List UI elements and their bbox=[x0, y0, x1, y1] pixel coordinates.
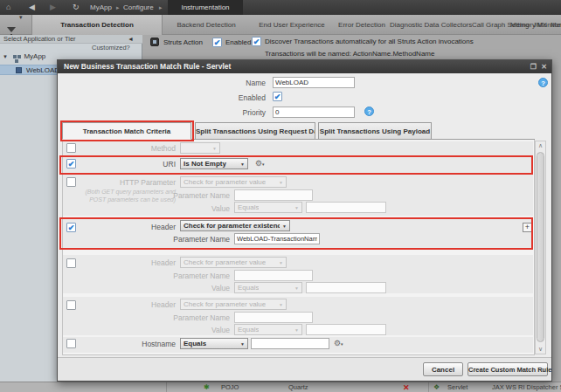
dialog-scrollbar[interactable]: ∧ ∨ bbox=[535, 141, 546, 354]
name-label: Name bbox=[189, 79, 266, 87]
uri-gear-icon[interactable]: ⚙▾ bbox=[255, 158, 265, 170]
http-param-name-label: Parameter Name bbox=[163, 191, 230, 200]
tier-icon bbox=[16, 67, 22, 73]
priority-input[interactable] bbox=[273, 107, 355, 118]
filter-dropdown-icon[interactable]: ▾ bbox=[19, 10, 23, 24]
http-param-label: HTTP Parameter bbox=[93, 178, 176, 187]
scroll-down-icon[interactable]: ∨ bbox=[536, 346, 545, 353]
priority-help-icon[interactable]: ? bbox=[364, 107, 374, 116]
hostname-operator-dropdown[interactable]: Equals▼ bbox=[180, 338, 248, 349]
dropdown-arrow-icon: ▼ bbox=[282, 224, 287, 229]
dropdown-arrow-icon: ▼ bbox=[294, 285, 299, 291]
home-icon[interactable]: ⌂ bbox=[6, 0, 10, 15]
struts-enabled-checkbox[interactable]: ✔ bbox=[212, 38, 222, 47]
header-active-param-name-input[interactable] bbox=[234, 233, 320, 244]
match-rule-dialog: New Business Transaction Match Rule - Se… bbox=[57, 59, 552, 382]
tree-panel-header-label: Select Application or Tier bbox=[3, 35, 76, 43]
top-toolbar: ⌂ ◀ ▶ ↻ MyApp ▸ Configure ▸ Instrumentat… bbox=[0, 0, 561, 15]
header-2-param-name-label: Parameter Name bbox=[163, 272, 230, 280]
header-active-operator-dropdown[interactable]: Check for parameter existence▼ bbox=[180, 220, 290, 231]
scrollbar-thumb[interactable] bbox=[537, 152, 544, 342]
customized-column-header: Customized? bbox=[92, 44, 137, 52]
uri-label: URI bbox=[110, 160, 176, 168]
add-criteria-icon[interactable]: + bbox=[523, 223, 532, 232]
breadcrumb-sep-icon: ▸ bbox=[159, 0, 163, 15]
header-active-label: Header bbox=[110, 223, 176, 231]
hostname-label: Hostname bbox=[110, 340, 176, 348]
header-active-checkbox[interactable]: ✔ bbox=[66, 223, 76, 232]
refresh-icon[interactable]: ↻ bbox=[73, 0, 80, 15]
tab-instrumentation[interactable]: Instrumentation bbox=[168, 0, 243, 15]
jax-dispatcher-cell: JAX WS RI Dispatcher S bbox=[492, 382, 561, 392]
tree-node-myapp[interactable]: ▼ MyApp bbox=[3, 52, 45, 61]
header-2-param-name-input bbox=[234, 270, 313, 281]
quartz-cell: Quartz bbox=[288, 382, 308, 392]
discover-transactions-checkbox[interactable]: ✔ bbox=[252, 37, 261, 46]
header-2-checkbox[interactable] bbox=[66, 258, 76, 268]
dialog-help-icon[interactable]: ? bbox=[538, 78, 548, 87]
hostname-gear-icon[interactable]: ⚙▾ bbox=[334, 338, 343, 350]
header-3-value-label: Value bbox=[163, 326, 230, 334]
hostname-checkbox[interactable] bbox=[66, 339, 76, 348]
http-param-value-operator-dropdown: Equals▼ bbox=[234, 202, 302, 213]
app-screen: ⌂ ◀ ▶ ↻ MyApp ▸ Configure ▸ Instrumentat… bbox=[0, 0, 561, 392]
header-active-param-name-label: Parameter Name bbox=[163, 235, 230, 244]
forward-icon: ▶ bbox=[50, 0, 56, 15]
cancel-button[interactable]: Cancel bbox=[423, 362, 463, 376]
method-checkbox[interactable] bbox=[66, 143, 76, 153]
create-custom-match-rule-button[interactable]: Create Custom Match Rule bbox=[468, 362, 548, 376]
dropdown-arrow-icon: ▼ bbox=[240, 341, 245, 347]
method-operator-dropdown: ▼ bbox=[180, 142, 220, 154]
enabled-checkbox[interactable]: ✔ bbox=[273, 92, 282, 101]
hostname-input[interactable] bbox=[251, 338, 329, 349]
dialog-title: New Business Transaction Match Rule - Se… bbox=[64, 62, 231, 71]
scroll-up-icon[interactable]: ∧ bbox=[536, 142, 545, 149]
tab-backend-detection[interactable]: Backend Detection bbox=[163, 15, 250, 35]
dropdown-arrow-icon: ▼ bbox=[279, 180, 283, 185]
http-param-value-input bbox=[306, 202, 386, 213]
tab-split-payload[interactable]: Split Transactions Using Payload bbox=[318, 122, 432, 140]
remove-x-icon[interactable]: ✕ bbox=[403, 382, 410, 392]
servlet-cell: Servlet bbox=[447, 382, 468, 392]
tab-split-request-data[interactable]: Split Transactions Using Request Data bbox=[195, 122, 315, 140]
back-icon[interactable]: ◀ bbox=[29, 0, 35, 15]
tab-transaction-match-criteria[interactable]: Transaction Match Criteria bbox=[62, 122, 191, 140]
application-icon bbox=[13, 55, 17, 58]
pojo-cell: POJO bbox=[221, 382, 239, 392]
tree-node-myapp-label: MyApp bbox=[24, 52, 45, 60]
background-table-row: ✱ POJO Quartz ✕ ❖ Servlet JAX WS RI Disp… bbox=[0, 382, 561, 392]
gear-arrow-icon: ▾ bbox=[262, 162, 265, 167]
struts-action-icon bbox=[150, 38, 159, 46]
http-param-checkbox[interactable] bbox=[66, 177, 76, 187]
tab-memory-monitoring[interactable]: Memory Monitoring bbox=[510, 15, 561, 35]
collapse-panel-icon[interactable]: ◄ bbox=[128, 35, 134, 44]
uri-operator-dropdown[interactable]: Is Not Empty▼ bbox=[180, 158, 248, 169]
method-label: Method bbox=[110, 144, 176, 153]
tab-transaction-detection[interactable]: Transaction Detection bbox=[31, 15, 163, 35]
name-input[interactable] bbox=[273, 77, 355, 88]
header-3-checkbox[interactable] bbox=[66, 300, 76, 310]
tab-diagnostic-data-collectors[interactable]: Diagnostic Data Collectors bbox=[390, 15, 472, 35]
header-3-value-input bbox=[306, 324, 386, 335]
tree-expanded-icon[interactable]: ▼ bbox=[3, 54, 8, 59]
header-2-value-label: Value bbox=[163, 284, 230, 292]
breadcrumb-app[interactable]: MyApp bbox=[90, 0, 112, 15]
header-2-label: Header bbox=[110, 258, 176, 267]
dialog-titlebar[interactable]: New Business Transaction Match Rule - Se… bbox=[58, 60, 551, 73]
dropdown-arrow-icon: ▼ bbox=[294, 205, 299, 210]
close-icon[interactable]: ✕ bbox=[541, 60, 547, 73]
struts-enabled-label: Enabled bbox=[225, 38, 251, 47]
breadcrumb-sep-icon: ▸ bbox=[116, 0, 120, 15]
tab-end-user-experience[interactable]: End User Experience bbox=[250, 15, 334, 35]
http-param-value-label: Value bbox=[163, 204, 230, 213]
maximize-icon[interactable]: ❐ bbox=[530, 60, 537, 73]
uri-checkbox[interactable]: ✔ bbox=[66, 159, 76, 168]
breadcrumb-configure[interactable]: Configure bbox=[123, 0, 154, 15]
column-divider bbox=[428, 382, 429, 392]
tab-error-detection[interactable]: Error Detection bbox=[334, 15, 390, 35]
enabled-label: Enabled bbox=[189, 93, 266, 102]
gear-arrow-icon: ▾ bbox=[341, 341, 343, 347]
dropdown-arrow-icon: ▼ bbox=[279, 302, 283, 307]
tree-panel-header: Select Application or Tier ◄ bbox=[0, 35, 142, 44]
http-param-operator-dropdown: Check for parameter value▼ bbox=[180, 176, 287, 188]
